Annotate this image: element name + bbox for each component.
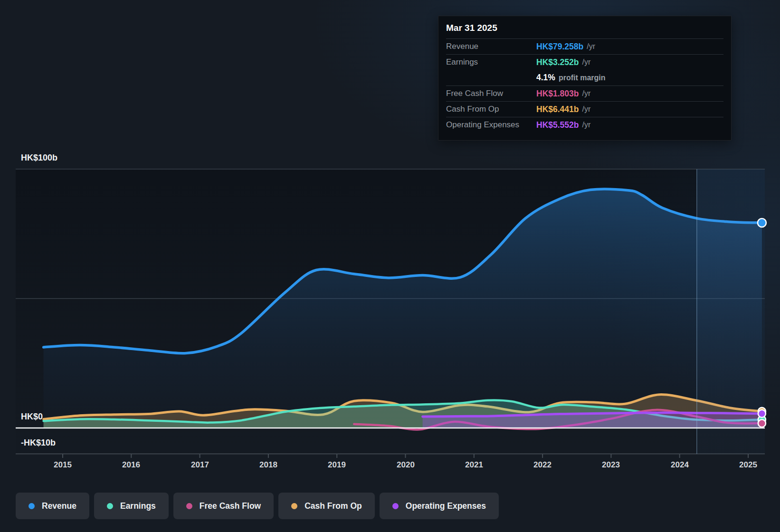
tooltip-rows: RevenueHK$79.258b/yrEarningsHK$3.252b/yr… (446, 38, 723, 133)
tooltip-suffix-earnings: /yr (582, 58, 591, 66)
x-axis-label-2016: 2016 (112, 460, 150, 470)
legend-label-earnings: Earnings (120, 501, 156, 511)
tooltip-label-cash-from-op: Cash From Op (446, 104, 536, 114)
cash-from-op-legend-dot-icon (291, 503, 297, 509)
tooltip-value-operating-expenses: HK$5.552b (536, 120, 579, 130)
legend-label-revenue: Revenue (42, 501, 76, 511)
tooltip-row-free-cash-flow: Free Cash FlowHK$1.803b/yr (446, 86, 723, 101)
chart-legend: RevenueEarningsFree Cash FlowCash From O… (16, 493, 499, 519)
tooltip-suffix-free-cash-flow: /yr (582, 89, 591, 98)
tooltip-suffix-profit-margin: profit margin (559, 74, 606, 82)
legend-item-operating-expenses[interactable]: Operating Expenses (380, 493, 499, 519)
x-axis-label-2025: 2025 (729, 460, 767, 470)
tooltip-date: Mar 31 2025 (446, 16, 723, 38)
plot-hover-area[interactable] (16, 169, 765, 454)
x-axis-label-2020: 2020 (387, 460, 425, 470)
x-axis-label-2018: 2018 (249, 460, 287, 470)
tooltip-suffix-revenue: /yr (587, 42, 595, 51)
earnings-legend-dot-icon (107, 503, 113, 509)
legend-label-free-cash-flow: Free Cash Flow (200, 501, 261, 511)
chart-stage: HK$100bHK$0-HK$10b 201520162017201820192… (0, 0, 780, 532)
tooltip-label-free-cash-flow: Free Cash Flow (446, 89, 536, 98)
tooltip-row-revenue: RevenueHK$79.258b/yr (446, 38, 723, 54)
x-axis-label-2022: 2022 (523, 460, 561, 470)
legend-item-cash-from-op[interactable]: Cash From Op (278, 493, 375, 519)
operating-expenses-legend-dot-icon (392, 503, 399, 509)
y-axis-label-neg10: -HK$10b (21, 437, 56, 448)
tooltip-value-cash-from-op: HK$6.441b (536, 104, 579, 114)
tooltip-value-profit-margin: 4.1% (536, 73, 555, 83)
x-axis-label-2023: 2023 (592, 460, 630, 470)
tooltip-row-earnings: EarningsHK$3.252b/yr (446, 54, 723, 70)
x-axis-label-2015: 2015 (44, 460, 82, 470)
tooltip-suffix-operating-expenses: /yr (582, 121, 591, 129)
tooltip-label-revenue: Revenue (446, 42, 536, 51)
x-axis-label-2019: 2019 (318, 460, 356, 470)
legend-label-operating-expenses: Operating Expenses (406, 501, 486, 511)
legend-item-free-cash-flow[interactable]: Free Cash Flow (173, 493, 274, 519)
chart-tooltip: Mar 31 2025 RevenueHK$79.258b/yrEarnings… (438, 16, 732, 141)
tooltip-value-free-cash-flow: HK$1.803b (536, 89, 579, 99)
x-axis-label-2021: 2021 (455, 460, 493, 470)
y-axis-label-100: HK$100b (21, 152, 57, 163)
tooltip-value-earnings: HK$3.252b (536, 57, 579, 67)
legend-label-cash-from-op: Cash From Op (304, 501, 362, 511)
tooltip-suffix-cash-from-op: /yr (582, 105, 591, 114)
legend-item-earnings[interactable]: Earnings (94, 493, 169, 519)
tooltip-row-operating-expenses: Operating ExpensesHK$5.552b/yr (446, 117, 723, 133)
tooltip-row-profit-margin: 4.1%profit margin (446, 70, 723, 86)
x-axis-label-2017: 2017 (181, 460, 219, 470)
revenue-legend-dot-icon (29, 503, 35, 509)
tooltip-label-earnings: Earnings (446, 57, 536, 67)
x-axis-label-2024: 2024 (661, 460, 699, 470)
free-cash-flow-legend-dot-icon (186, 503, 192, 509)
y-axis-label-0: HK$0 (21, 411, 43, 422)
tooltip-label-operating-expenses: Operating Expenses (446, 120, 536, 130)
tooltip-value-revenue: HK$79.258b (536, 42, 583, 52)
legend-item-revenue[interactable]: Revenue (16, 493, 89, 519)
tooltip-row-cash-from-op: Cash From OpHK$6.441b/yr (446, 101, 723, 117)
